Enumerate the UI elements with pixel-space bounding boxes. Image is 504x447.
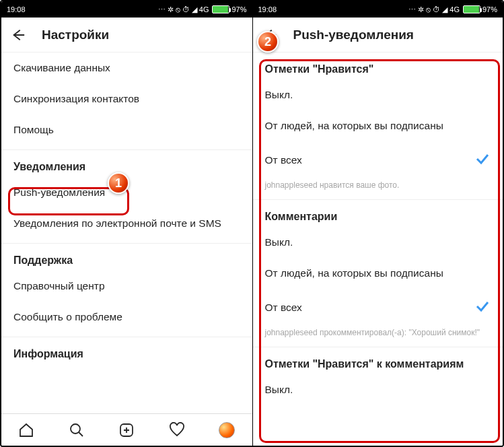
bluetooth-icon: ⋯ ✲ ⦸ ⏱ — [158, 5, 190, 14]
comments-option-all[interactable]: От всех — [253, 289, 503, 326]
battery-label: 97% — [482, 5, 497, 13]
likes-hint: johnappleseed нравится ваше фото. — [253, 179, 503, 200]
comments-hint: johnappleseed прокомментировал(-а): "Хор… — [253, 326, 503, 347]
checkmark-icon — [474, 298, 491, 317]
battery-label: 97% — [231, 5, 246, 13]
group-comment-likes-title: Отметки "Нравится" к комментариям — [253, 347, 503, 374]
nav-search-icon[interactable] — [68, 421, 85, 439]
back-button[interactable] — [11, 28, 26, 42]
nav-profile-icon[interactable] — [218, 421, 236, 439]
network-label: 4G — [449, 5, 460, 13]
section-info: Информация — [1, 337, 252, 364]
header: Push-уведомления — [253, 18, 503, 53]
status-bar: 19:08 ⋯ ✲ ⦸ ⏱ ◢ 4G 97% — [1, 1, 252, 18]
status-bar: 19:08 ⋯ ✲ ⦸ ⏱ ◢ 4G 97% — [253, 1, 503, 18]
item-help-center[interactable]: Справочный центр — [1, 271, 252, 302]
item-sync-contacts[interactable]: Синхронизация контактов — [1, 83, 252, 114]
bluetooth-icon: ⋯ ✲ ⦸ ⏱ — [408, 5, 440, 14]
signal-icon: ◢ — [442, 5, 447, 14]
page-title: Настройки — [42, 28, 109, 42]
network-label: 4G — [199, 5, 209, 13]
likes-option-following[interactable]: От людей, на которых вы подписаны — [253, 110, 503, 141]
back-button[interactable] — [262, 28, 277, 42]
item-help[interactable]: Помощь — [1, 114, 252, 145]
group-comments-title: Комментарии — [253, 200, 503, 227]
nav-activity-icon[interactable] — [168, 421, 186, 439]
comments-option-off[interactable]: Выкл. — [253, 227, 503, 258]
likes-option-off[interactable]: Выкл. — [253, 79, 503, 110]
statusbar-time: 19:08 — [258, 5, 277, 13]
phone-left: 19:08 ⋯ ✲ ⦸ ⏱ ◢ 4G 97% Настройки Скачива… — [1, 1, 252, 446]
checkmark-icon — [474, 151, 491, 170]
likes-option-all[interactable]: От всех — [253, 141, 503, 179]
signal-icon: ◢ — [192, 5, 197, 14]
nav-home-icon[interactable] — [17, 421, 35, 439]
svg-point-0 — [71, 424, 80, 434]
avatar-icon — [219, 422, 235, 438]
battery-icon — [463, 5, 480, 13]
page-title: Push-уведомления — [293, 28, 414, 42]
battery-icon — [212, 5, 229, 13]
item-email-sms-notifications[interactable]: Уведомления по электронной почте и SMS — [1, 208, 252, 239]
bottom-nav — [1, 413, 252, 446]
section-support: Поддержка — [1, 243, 252, 271]
nav-add-icon[interactable] — [118, 421, 135, 439]
item-report-problem[interactable]: Сообщить о проблеме — [1, 302, 252, 333]
section-notifications: Уведомления — [1, 149, 252, 177]
push-settings-list[interactable]: Отметки "Нравится" Выкл. От людей, на ко… — [253, 53, 503, 446]
comments-option-following[interactable]: От людей, на которых вы подписаны — [253, 258, 503, 289]
group-likes-title: Отметки "Нравится" — [253, 53, 503, 79]
settings-list[interactable]: Скачивание данных Синхронизация контакто… — [1, 53, 252, 413]
comment-likes-option-off[interactable]: Выкл. — [253, 374, 503, 405]
statusbar-time: 19:08 — [7, 5, 26, 13]
item-download-data[interactable]: Скачивание данных — [1, 53, 252, 83]
phone-right: 19:08 ⋯ ✲ ⦸ ⏱ ◢ 4G 97% Push-уведомления … — [252, 1, 503, 446]
header: Настройки — [1, 18, 252, 53]
item-push-notifications[interactable]: Push-уведомления — [1, 177, 252, 208]
